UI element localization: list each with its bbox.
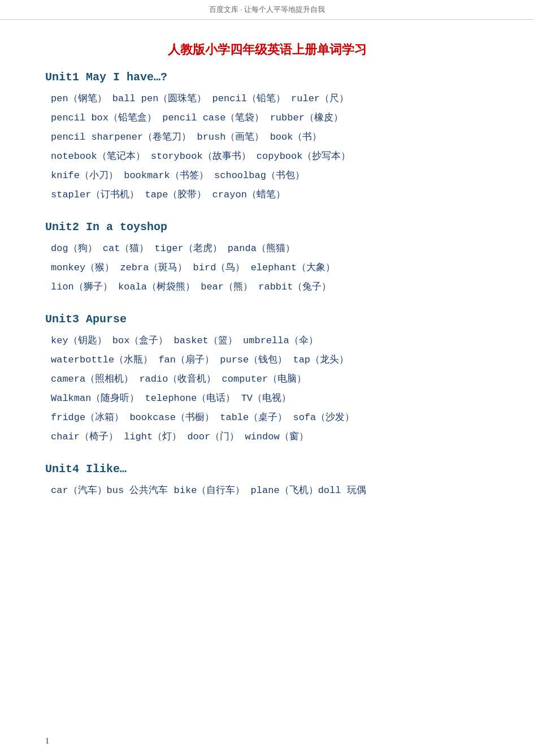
unit1-section: Unit1 May I have…? pen（钢笔） ball pen（圆珠笔）… [45, 71, 489, 205]
unit4-heading: Unit4 Ilike… [45, 463, 489, 476]
unit3-line1: key（钥匙） box（盒子） basket（篮） umbrella（伞） [51, 331, 489, 351]
page-number: 1 [45, 737, 49, 746]
unit3-line3: camera（照相机） radio（收音机） computer（电脑） [51, 370, 489, 389]
unit1-line3: pencil sharpener（卷笔刀） brush（画笔） book（书） [51, 128, 489, 147]
unit2-section: Unit2 In a toyshop dog（狗） cat（猫） tiger（老… [45, 221, 489, 297]
unit1-heading: Unit1 May I have…? [45, 71, 489, 84]
unit3-line2: waterbottle（水瓶） fan（扇子） purse（钱包） tap（龙头… [51, 351, 489, 370]
unit4-section: Unit4 Ilike… car（汽车）bus 公共汽车 bike（自行车） p… [45, 463, 489, 500]
top-bar-text: 百度文库 · 让每个人平等地提升自我 [209, 5, 325, 14]
unit1-line6: stapler（订书机） tape（胶带） crayon（蜡笔） [51, 185, 489, 205]
unit2-line1: dog（狗） cat（猫） tiger（老虎） panda（熊猫） [51, 239, 489, 258]
unit1-line5: knife（小刀） bookmark（书签） schoolbag（书包） [51, 166, 489, 185]
unit2-line2: monkey（猴） zebra（斑马） bird（鸟） elephant（大象） [51, 258, 489, 278]
unit3-line5: fridge（冰箱） bookcase（书橱） table（桌子） sofa（沙… [51, 408, 489, 427]
unit1-line1: pen（钢笔） ball pen（圆珠笔） pencil（铅笔） ruler（尺… [51, 89, 489, 109]
unit3-section: Unit3 Apurse key（钥匙） box（盒子） basket（篮） u… [45, 313, 489, 447]
unit4-line1: car（汽车）bus 公共汽车 bike（自行车） plane（飞机）doll … [51, 481, 489, 500]
page-container: 百度文库 · 让每个人平等地提升自我 人教版小学四年级英语上册单词学习 Unit… [0, 0, 534, 756]
unit3-heading: Unit3 Apurse [45, 313, 489, 326]
top-bar: 百度文库 · 让每个人平等地提升自我 [0, 0, 534, 20]
unit2-line3: lion（狮子） koala（树袋熊） bear（熊） rabbit（兔子） [51, 278, 489, 297]
unit2-heading: Unit2 In a toyshop [45, 221, 489, 234]
unit1-line2: pencil box（铅笔盒） pencil case（笔袋） rubber（橡… [51, 109, 489, 128]
unit1-line4: notebook（笔记本） storybook（故事书） copybook（抄写… [51, 147, 489, 166]
unit3-line6: chair（椅子） light（灯） door（门） window（窗） [51, 427, 489, 447]
page-title: 人教版小学四年级英语上册单词学习 [45, 41, 489, 58]
unit3-line4: Walkman（随身听） telephone（电话） TV（电视） [51, 389, 489, 408]
content-area: 人教版小学四年级英语上册单词学习 Unit1 May I have…? pen（… [0, 20, 534, 539]
